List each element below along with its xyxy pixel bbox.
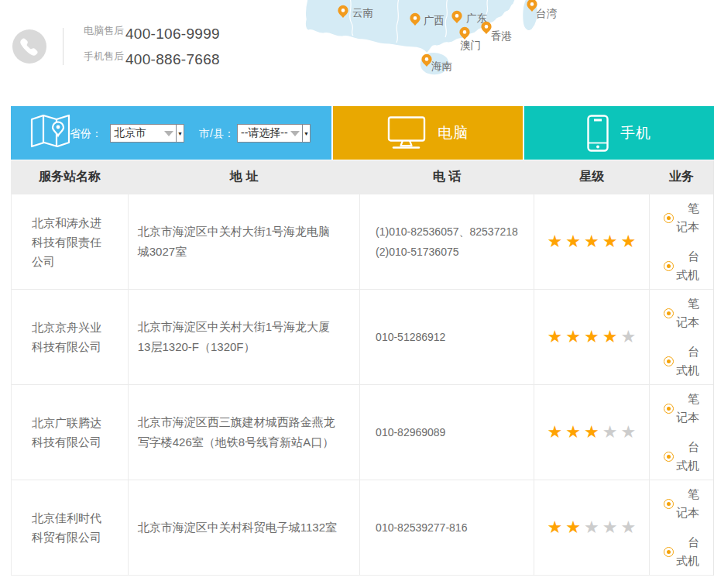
map-pin-label: 广西 — [424, 15, 445, 26]
service-label-line1: 台 — [688, 533, 699, 552]
table-row: 北京佳利时代科贸有限公司北京市海淀区中关村科贸电子城1132室010-82539… — [12, 480, 713, 575]
phone-icon — [19, 36, 39, 57]
radio-dot — [667, 264, 671, 268]
radio-icon — [664, 547, 674, 557]
table-body: 北京和涛永进科技有限责任公司北京市海淀区中关村大街1号海龙电脑城3027室(1)… — [12, 194, 713, 575]
radio-dot — [667, 311, 671, 315]
star-filled-icon: ★ — [548, 328, 563, 346]
service-label: 笔记本 — [675, 390, 699, 427]
chevron-down-icon — [164, 131, 173, 136]
radio-dot — [667, 407, 671, 411]
star-filled-icon: ★ — [565, 519, 581, 536]
service-label: 台式机 — [675, 342, 699, 380]
service-label-line2: 式机 — [676, 552, 699, 570]
business-cell: 笔记本台式机 — [650, 194, 713, 289]
star-filled-icon: ★ — [584, 233, 599, 250]
service-台式机: 台式机 — [664, 438, 699, 475]
star-filled-icon: ★ — [584, 424, 599, 441]
service-label-line2: 记本 — [676, 218, 699, 236]
business-cell: 笔记本台式机 — [650, 385, 713, 480]
radio-icon — [664, 261, 674, 271]
city-label: 市/县： — [199, 127, 235, 141]
computer-hotline-label: 电脑售后 — [84, 24, 124, 38]
star-filled-icon: ★ — [602, 328, 618, 346]
mobile-hotline-label: 手机售后 — [84, 50, 124, 64]
radio-icon — [664, 356, 674, 366]
folded-map-icon — [30, 114, 70, 151]
radio-dot — [667, 550, 671, 554]
address-cell: 北京市海淀区西三旗建材城西路金燕龙写字楼426室（地铁8号线育新站A口） — [129, 385, 360, 480]
star-empty-icon: ★ — [621, 328, 637, 346]
service-台式机: 台式机 — [664, 533, 699, 570]
select-arrow-icon: ▼ — [302, 125, 310, 142]
service-label-line1: 笔 — [688, 199, 699, 218]
service-label: 台式机 — [675, 533, 699, 570]
service-label-line2: 记本 — [676, 408, 699, 427]
service-label-line1: 笔 — [688, 294, 699, 313]
star-filled-icon: ★ — [548, 424, 563, 441]
service-label-line1: 台 — [688, 342, 699, 361]
service-label-line2: 式机 — [676, 361, 699, 380]
service-label-line1: 笔 — [688, 390, 699, 408]
star-filled-icon: ★ — [548, 519, 563, 536]
map-pin-label: 澳门 — [460, 40, 481, 51]
tab-computer[interactable]: 电脑 — [333, 106, 523, 160]
station-name-cell: 北京和涛永进科技有限责任公司 — [12, 194, 129, 289]
province-select[interactable]: 北京市 ▼ — [110, 124, 184, 143]
computer-hotline-number: 400-106-9999 — [125, 26, 220, 43]
select-arrow-icon: ▼ — [176, 125, 184, 142]
header-station-name: 服务站名称 — [12, 160, 129, 194]
tab-computer-label: 电脑 — [438, 123, 469, 143]
station-name-cell: 北京广联腾达科技有限公司 — [12, 385, 129, 480]
radio-dot — [667, 502, 671, 506]
star-empty-icon: ★ — [602, 424, 618, 441]
phone-cell: 010-51286912 — [360, 290, 534, 384]
radio-dot — [667, 359, 671, 363]
star-rating-cell: ★★★★★ — [534, 385, 650, 480]
star-filled-icon: ★ — [565, 328, 581, 346]
service-台式机: 台式机 — [664, 247, 699, 284]
service-笔记本: 笔记本 — [664, 199, 699, 236]
service-笔记本: 笔记本 — [664, 485, 699, 522]
city-select[interactable]: --请选择-- ▼ — [237, 124, 311, 143]
header-address: 地 址 — [129, 160, 360, 194]
filter-bar: 省份： 北京市 ▼ 市/县： --请选择-- ▼ — [11, 106, 331, 160]
service-label: 笔记本 — [675, 485, 699, 522]
star-rating-cell: ★★★★★ — [534, 290, 650, 384]
service-label: 笔记本 — [675, 294, 699, 332]
map-pin-label: 香港 — [491, 30, 512, 42]
star-empty-icon: ★ — [621, 519, 637, 536]
business-cell: 笔记本台式机 — [650, 480, 713, 575]
tab-phone[interactable]: 手机 — [524, 106, 714, 160]
service-label-line1: 台 — [688, 438, 699, 456]
star-empty-icon: ★ — [621, 424, 637, 441]
service-笔记本: 笔记本 — [664, 390, 699, 427]
monitor-icon — [387, 116, 426, 150]
map-pin-香港[interactable] — [481, 22, 491, 34]
service-station-table: 服务站名称 地 址 电 话 星级 业务 北京和涛永进科技有限责任公司北京市海淀区… — [11, 160, 714, 576]
star-rating-cell: ★★★★★ — [534, 480, 650, 575]
mobile-hotline-number: 400-886-7668 — [125, 51, 220, 68]
map-pin-label: 海南 — [431, 60, 452, 72]
radio-dot — [667, 216, 671, 220]
star-filled-icon: ★ — [621, 233, 637, 250]
service-station-page: 电脑售后 400-106-9999 手机售后 400-886-7668 云南广西… — [0, 0, 714, 588]
star-empty-icon: ★ — [602, 519, 618, 536]
map-pin-label: 台湾 — [536, 8, 558, 19]
phone-cell: 010-82539277-816 — [360, 480, 534, 575]
service-台式机: 台式机 — [664, 342, 699, 380]
star-filled-icon: ★ — [602, 233, 618, 250]
radio-dot — [667, 455, 671, 459]
table-header: 服务站名称 地 址 电 话 星级 业务 — [12, 160, 713, 194]
map-pin-label: 云南 — [352, 7, 373, 19]
address-cell: 北京市海淀区中关村科贸电子城1132室 — [129, 480, 360, 575]
star-filled-icon: ★ — [584, 328, 599, 346]
smartphone-icon — [587, 115, 609, 152]
station-name-cell: 北京佳利时代科贸有限公司 — [12, 480, 129, 575]
table-row: 北京京舟兴业科技有限公司北京市海淀区中关村大街1号海龙大厦13层1320-F（1… — [12, 289, 713, 384]
phone-badge — [12, 29, 46, 64]
header-star-rating: 星级 — [534, 160, 650, 194]
province-label: 省份： — [70, 127, 102, 141]
star-filled-icon: ★ — [565, 233, 581, 250]
address-cell: 北京市海淀区中关村大街1号海龙电脑城3027室 — [129, 194, 360, 289]
